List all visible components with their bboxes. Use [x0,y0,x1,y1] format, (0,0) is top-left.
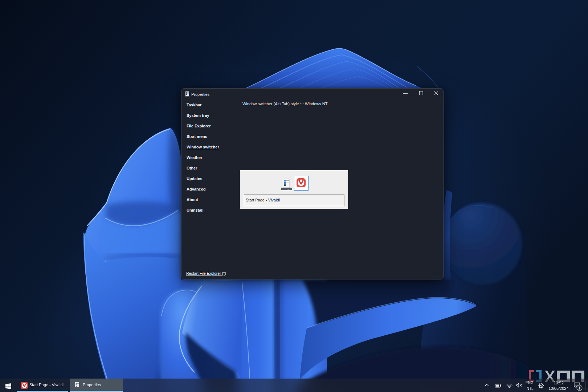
svg-text:1: 1 [579,386,581,390]
